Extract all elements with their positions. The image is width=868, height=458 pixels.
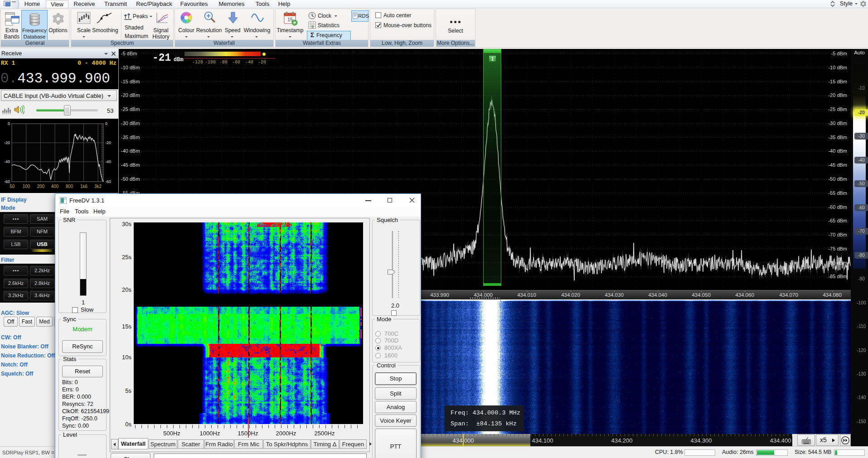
svg-text:1k6: 1k6	[80, 184, 88, 189]
svg-text:0: 0	[8, 121, 10, 126]
svg-text:0: 0	[105, 121, 107, 126]
svg-text:-40: -40	[4, 159, 10, 164]
svg-text:200: 200	[37, 184, 45, 189]
svg-text:-40: -40	[105, 159, 111, 164]
svg-text:400: 400	[51, 184, 59, 189]
svg-text:800: 800	[66, 184, 73, 189]
svg-text:50: 50	[10, 184, 15, 189]
svg-text:-60: -60	[105, 179, 111, 184]
svg-text:-20: -20	[4, 140, 10, 145]
svg-text:3k2: 3k2	[94, 184, 102, 189]
svg-text:-60: -60	[4, 179, 10, 184]
svg-text:100: 100	[23, 184, 30, 189]
svg-text:-20: -20	[105, 140, 111, 145]
svg-text:9: 9	[311, 24, 314, 29]
